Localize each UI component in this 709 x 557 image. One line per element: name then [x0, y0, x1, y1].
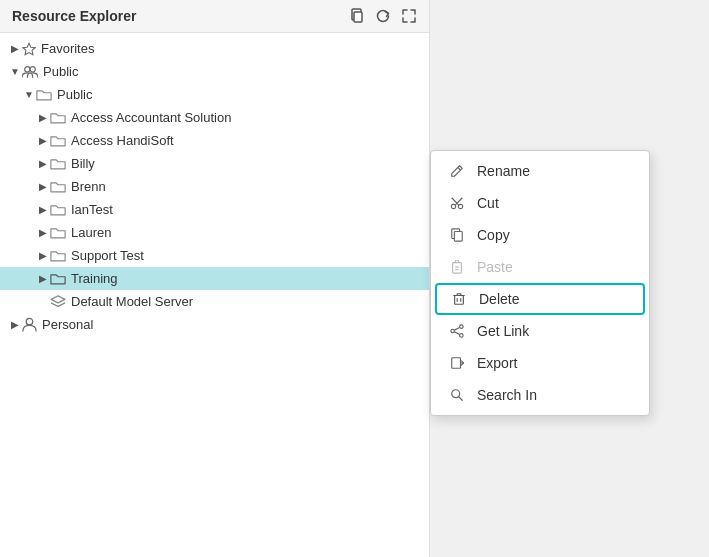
folder-icon-lauren [50, 226, 66, 239]
folder-icon-access-handisoft [50, 134, 66, 147]
menu-item-rename[interactable]: Rename [431, 155, 649, 187]
paste-label: Paste [477, 259, 513, 275]
copy-label: Copy [477, 227, 510, 243]
svg-point-22 [460, 334, 464, 338]
public-folder-label: Public [57, 87, 92, 102]
arrow-personal: ▶ [8, 319, 22, 330]
copy-window-icon[interactable] [349, 8, 365, 24]
context-menu: Rename Cut Copy [430, 150, 650, 416]
sidebar-header-icons [349, 8, 417, 24]
svg-line-23 [454, 328, 459, 331]
svg-rect-14 [453, 263, 462, 274]
arrow-iantest: ▶ [36, 204, 50, 215]
menu-item-cut[interactable]: Cut [431, 187, 649, 219]
tree-area: ▶ Favorites ▼ Public [0, 33, 429, 557]
folder-icon-training [50, 272, 66, 285]
svg-line-24 [454, 332, 459, 335]
sidebar-item-access-accountant[interactable]: ▶ Access Accountant Solution [0, 106, 429, 129]
arrow-public-section: ▼ [8, 66, 22, 77]
expand-icon[interactable] [401, 8, 417, 24]
favorites-label: Favorites [41, 41, 94, 56]
sidebar-panel: Resource Explorer [0, 0, 430, 557]
copy-icon [447, 228, 467, 242]
search-icon [447, 388, 467, 402]
sidebar-item-favorites[interactable]: ▶ Favorites [0, 37, 429, 60]
get-link-label: Get Link [477, 323, 529, 339]
arrow-training: ▶ [36, 273, 50, 284]
sidebar-item-personal[interactable]: ▶ Personal [0, 313, 429, 336]
personal-label: Personal [42, 317, 93, 332]
sidebar-item-training[interactable]: ▶ Training [0, 267, 429, 290]
search-in-label: Search In [477, 387, 537, 403]
svg-rect-25 [452, 358, 461, 369]
layers-icon [50, 295, 66, 309]
export-label: Export [477, 355, 517, 371]
public-section-label: Public [43, 64, 78, 79]
folder-icon-support-test [50, 249, 66, 262]
arrow-lauren: ▶ [36, 227, 50, 238]
access-accountant-label: Access Accountant Solution [71, 110, 231, 125]
menu-item-search-in[interactable]: Search In [431, 379, 649, 411]
sidebar-item-public-folder[interactable]: ▼ Public [0, 83, 429, 106]
menu-item-get-link[interactable]: Get Link [431, 315, 649, 347]
arrow-access-accountant: ▶ [36, 112, 50, 123]
sidebar-item-public-section[interactable]: ▼ Public [0, 60, 429, 83]
svg-rect-17 [455, 296, 464, 305]
training-label: Training [71, 271, 117, 286]
svg-marker-2 [23, 43, 35, 54]
sidebar-item-support-test[interactable]: ▶ Support Test [0, 244, 429, 267]
brenn-label: Brenn [71, 179, 106, 194]
refresh-icon[interactable] [375, 8, 391, 24]
folder-icon-billy [50, 157, 66, 170]
users-icon [22, 65, 38, 79]
svg-point-20 [460, 325, 464, 329]
star-icon [22, 42, 36, 56]
scissors-icon [447, 196, 467, 210]
access-handisoft-label: Access HandiSoft [71, 133, 174, 148]
menu-item-export[interactable]: Export [431, 347, 649, 379]
default-model-server-label: Default Model Server [71, 294, 193, 309]
arrow-access-handisoft: ▶ [36, 135, 50, 146]
sidebar-item-access-handisoft[interactable]: ▶ Access HandiSoft [0, 129, 429, 152]
svg-line-28 [458, 396, 462, 400]
sidebar-title: Resource Explorer [12, 8, 349, 24]
billy-label: Billy [71, 156, 95, 171]
svg-rect-13 [454, 232, 462, 242]
pencil-icon [447, 164, 467, 178]
svg-marker-5 [51, 295, 65, 302]
trash-icon [449, 292, 469, 306]
folder-icon-iantest [50, 203, 66, 216]
svg-point-4 [30, 66, 35, 71]
svg-point-6 [26, 318, 33, 325]
svg-line-7 [458, 168, 461, 171]
clipboard-icon [447, 260, 467, 274]
arrow-support-test: ▶ [36, 250, 50, 261]
lauren-label: Lauren [71, 225, 111, 240]
person-icon [22, 317, 37, 332]
sidebar-header: Resource Explorer [0, 0, 429, 33]
sidebar-item-lauren[interactable]: ▶ Lauren [0, 221, 429, 244]
support-test-label: Support Test [71, 248, 144, 263]
cut-label: Cut [477, 195, 499, 211]
svg-point-21 [451, 329, 455, 333]
sidebar-item-default-model-server[interactable]: Default Model Server [0, 290, 429, 313]
share-icon [447, 324, 467, 338]
delete-label: Delete [479, 291, 519, 307]
menu-item-copy[interactable]: Copy [431, 219, 649, 251]
menu-item-paste[interactable]: Paste [431, 251, 649, 283]
menu-item-delete[interactable]: Delete [435, 283, 645, 315]
arrow-public-folder: ▼ [22, 89, 36, 100]
export-icon [447, 356, 467, 370]
sidebar-item-iantest[interactable]: ▶ IanTest [0, 198, 429, 221]
svg-point-3 [25, 66, 30, 71]
sidebar-item-brenn[interactable]: ▶ Brenn [0, 175, 429, 198]
arrow-favorites: ▶ [8, 43, 22, 54]
iantest-label: IanTest [71, 202, 113, 217]
arrow-brenn: ▶ [36, 181, 50, 192]
sidebar-item-billy[interactable]: ▶ Billy [0, 152, 429, 175]
arrow-billy: ▶ [36, 158, 50, 169]
svg-rect-1 [354, 12, 362, 22]
folder-icon-public [36, 88, 52, 101]
folder-icon-brenn [50, 180, 66, 193]
rename-label: Rename [477, 163, 530, 179]
